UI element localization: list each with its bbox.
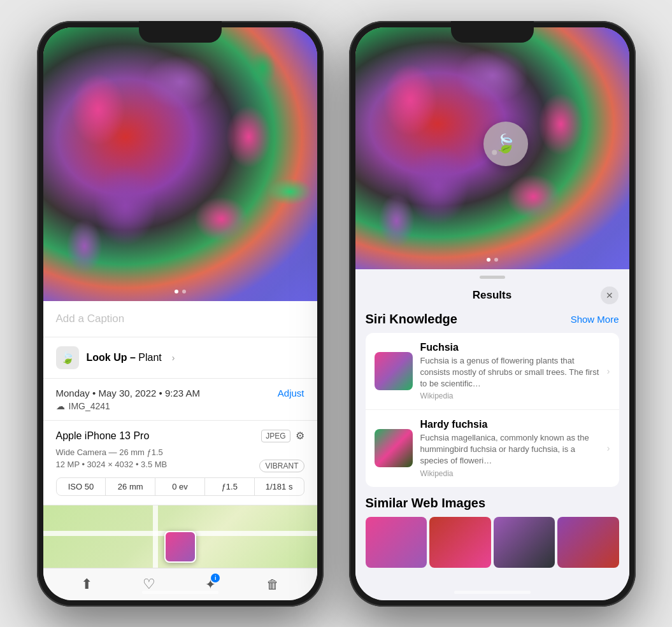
fuchsia-description: Fuchsia is a genus of flowering plants t… — [420, 355, 599, 390]
similar-image-2[interactable] — [429, 517, 491, 568]
location-row: ☁ IMG_4241 — [56, 401, 304, 411]
vibrant-badge: VIBRANT — [259, 460, 304, 472]
map-section[interactable] — [43, 505, 317, 569]
hardy-fuchsia-description: Fuchsia magellanica, commonly known as t… — [420, 432, 599, 467]
flower-photo-left[interactable] — [43, 27, 317, 301]
camera-badges: JPEG ⚙ — [261, 430, 304, 442]
similar-image-3[interactable] — [494, 517, 555, 568]
right-dot-2 — [494, 258, 498, 262]
right-home-indicator — [454, 591, 531, 594]
results-panel: Results ✕ Siri Knowledge Show More — [355, 269, 629, 600]
siri-knowledge-header: Siri Knowledge Show More — [366, 312, 619, 327]
visual-lookup-circle[interactable]: 🍃 — [483, 122, 528, 166]
hardy-fuchsia-thumbnail — [375, 429, 413, 467]
camera-header: Apple iPhone 13 Pro JPEG ⚙ — [56, 430, 304, 442]
share-icon: ⬆ — [81, 576, 92, 592]
right-phone: 🍃 Results ✕ — [349, 21, 636, 607]
results-close-button[interactable]: ✕ — [601, 286, 618, 304]
phones-container: Add a Caption 🍃 Look Up – Plant › Monday — [37, 21, 636, 607]
share-button[interactable]: ⬆ — [81, 576, 92, 593]
date-text: Monday • May 30, 2022 • 9:23 AM — [56, 388, 200, 398]
filename-text: IMG_4241 — [69, 401, 110, 411]
exif-ev: 0 ev — [155, 478, 205, 495]
mp-specs-text: 12 MP • 3024 × 4032 • 3.5 MB — [56, 460, 168, 469]
camera-model-text: Apple iPhone 13 Pro — [56, 430, 150, 442]
drag-handle[interactable] — [480, 276, 505, 279]
fuchsia-source: Wikipedia — [420, 391, 599, 400]
hardy-fuchsia-text: Hardy fuchsia Fuchsia magellanica, commo… — [420, 419, 599, 478]
fuchsia-name: Fuchsia — [420, 342, 599, 353]
similar-image-1[interactable] — [366, 517, 427, 568]
similar-images-section: Similar Web Images — [366, 496, 619, 568]
lookup-arrow-icon: › — [172, 353, 175, 363]
results-header: Results ✕ — [355, 283, 629, 312]
lookup-icon: 🍃 — [56, 346, 79, 369]
left-phone-notch — [139, 21, 222, 43]
heart-icon: ♡ — [143, 576, 155, 592]
left-phone-screen: Add a Caption 🍃 Look Up – Plant › Monday — [43, 27, 317, 600]
exif-iso: ISO 50 — [57, 478, 106, 495]
exif-shutter: 1/181 s — [255, 478, 304, 495]
similar-images-grid[interactable] — [366, 517, 619, 568]
similar-images-title: Similar Web Images — [366, 496, 619, 511]
fuchsia-chevron-right-icon: › — [607, 366, 610, 376]
caption-placeholder-text[interactable]: Add a Caption — [56, 313, 125, 325]
exif-aperture: ƒ1.5 — [205, 478, 255, 495]
jpeg-badge: JPEG — [261, 430, 290, 442]
knowledge-item-hardy-fuchsia[interactable]: Hardy fuchsia Fuchsia magellanica, commo… — [366, 410, 619, 487]
dot-2 — [182, 290, 186, 293]
fuchsia-thumbnail — [375, 352, 413, 390]
delete-button[interactable]: 🗑 — [266, 576, 279, 593]
similar-image-4[interactable] — [557, 517, 619, 568]
right-screen-content: 🍃 Results ✕ — [355, 27, 629, 600]
left-home-indicator — [142, 591, 218, 594]
lookup-label: Look Up – Plant — [87, 352, 162, 363]
exif-focal: 26 mm — [106, 478, 155, 495]
knowledge-item-fuchsia[interactable]: Fuchsia Fuchsia is a genus of flowering … — [366, 333, 619, 411]
left-screen-content: Add a Caption 🍃 Look Up – Plant › Monday — [43, 27, 317, 600]
left-toolbar: ⬆ ♡ ✦ i 🗑 — [43, 568, 317, 600]
cloud-icon: ☁ — [56, 401, 65, 411]
photo-page-dots — [175, 290, 186, 293]
right-photo-page-dots — [487, 258, 498, 262]
trash-icon: 🗑 — [266, 577, 279, 591]
camera-section: Apple iPhone 13 Pro JPEG ⚙ Wide Camera —… — [43, 421, 317, 505]
hardy-chevron-right-icon: › — [607, 443, 610, 453]
exif-row: ISO 50 26 mm 0 ev ƒ1.5 1/181 s — [56, 477, 304, 496]
right-phone-notch — [451, 21, 534, 43]
hardy-fuchsia-source: Wikipedia — [420, 469, 599, 478]
caption-section[interactable]: Add a Caption — [43, 301, 317, 337]
right-dot-1 — [487, 258, 490, 262]
left-phone: Add a Caption 🍃 Look Up – Plant › Monday — [37, 21, 324, 607]
metadata-section: Monday • May 30, 2022 • 9:23 AM Adjust ☁… — [43, 379, 317, 421]
flower-petals-decoration — [43, 27, 317, 301]
siri-knowledge-title: Siri Knowledge — [366, 312, 457, 327]
info-badge: i — [211, 574, 220, 582]
right-phone-screen: 🍃 Results ✕ — [355, 27, 629, 600]
adjust-button[interactable]: Adjust — [278, 388, 304, 398]
knowledge-card: Fuchsia Fuchsia is a genus of flowering … — [366, 333, 619, 487]
map-road-vertical — [153, 505, 158, 569]
date-row: Monday • May 30, 2022 • 9:23 AM Adjust — [56, 388, 304, 398]
map-photo-thumbnail — [164, 531, 196, 563]
wide-camera-text: Wide Camera — 26 mm ƒ1.5 — [56, 447, 304, 457]
show-more-button[interactable]: Show More — [571, 314, 619, 325]
visual-lookup-dot — [492, 150, 497, 155]
hardy-fuchsia-name: Hardy fuchsia — [420, 419, 599, 430]
flower-photo-right[interactable]: 🍃 — [355, 27, 629, 269]
dot-1 — [175, 290, 178, 293]
close-icon: ✕ — [606, 290, 613, 300]
results-title: Results — [473, 289, 511, 302]
lookup-section[interactable]: 🍃 Look Up – Plant › — [43, 337, 317, 379]
vibrant-row: 12 MP • 3024 × 4032 • 3.5 MB VIBRANT — [56, 460, 304, 472]
fuchsia-text: Fuchsia Fuchsia is a genus of flowering … — [420, 342, 599, 401]
gear-icon[interactable]: ⚙ — [296, 430, 304, 442]
left-scroll-content[interactable]: Add a Caption 🍃 Look Up – Plant › Monday — [43, 301, 317, 600]
results-scroll-content[interactable]: Siri Knowledge Show More Fuchsia Fuchsia… — [355, 312, 629, 600]
